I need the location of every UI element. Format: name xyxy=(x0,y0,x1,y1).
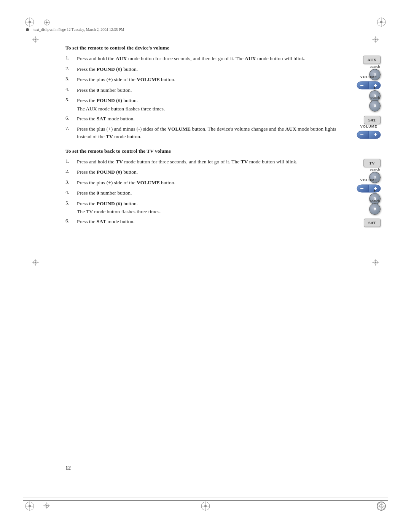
step-2-num: 2. xyxy=(65,66,77,73)
search-icon-4: search # xyxy=(369,199,381,215)
step-6-text: Press the SAT mode button. xyxy=(77,115,352,123)
s2-step-6-num: 6. xyxy=(65,218,77,225)
s2-step-4-num: 4. xyxy=(65,189,77,197)
page-number: 12 xyxy=(65,465,71,471)
bottom-bar xyxy=(23,497,388,501)
step-1-num: 1. xyxy=(65,55,77,62)
page: text_dishpvr.fm Page 12 Tuesday, March 2… xyxy=(0,0,411,532)
step-1: 1. Press and hold the AUX mode button fo… xyxy=(65,55,352,62)
s2-step-2-text: Press the POUND (#) button. xyxy=(77,168,352,176)
step-5: 5. Press the POUND (#) button. search # xyxy=(65,97,352,104)
aux-button: AUX xyxy=(363,56,381,64)
sat-button-1: SAT xyxy=(364,116,381,124)
crosshair-top-left xyxy=(32,36,39,45)
zero-arrow-2: ► xyxy=(373,189,377,193)
search-icon-2: search # xyxy=(369,96,381,112)
sat-button-2: SAT xyxy=(364,219,381,227)
sat-icon-1: SAT xyxy=(364,116,381,124)
volume-label-3: VOLUME xyxy=(360,178,378,182)
crosshair-bottom-center xyxy=(200,501,211,513)
step-6: 6. Press the SAT mode button. SAT xyxy=(65,115,352,123)
s2-step-6-text: Press the SAT mode button. xyxy=(77,218,352,225)
s2-step-2: 2. Press the POUND (#) button. search # xyxy=(65,168,352,176)
s2-step-5: 5. Press the POUND (#) button. search # xyxy=(65,200,352,208)
s2-step-4: 4. Press the 0 number button. ► 0 xyxy=(65,189,352,197)
search-button-4: # xyxy=(369,203,381,215)
step-3: 3. Press the plus (+) side of the VOLUME… xyxy=(65,76,352,83)
s2-step-3-text: Press the plus (+) side of the VOLUME bu… xyxy=(77,179,352,187)
tv-button: TV xyxy=(363,159,381,167)
section-1: To set the remote to control the device'… xyxy=(65,45,352,141)
step-4: 4. Press the 0 number button. ► 0 xyxy=(65,86,352,94)
crosshair-mid-left xyxy=(32,259,39,267)
header-bar: text_dishpvr.fm Page 12 Tuesday, March 2… xyxy=(23,26,388,33)
step-7: 7. Press the plus (+) and minus (-) side… xyxy=(65,125,352,140)
s2-step-6: 6. Press the SAT mode button. SAT xyxy=(65,218,352,225)
aux-icon: AUX xyxy=(363,56,381,64)
s2-step-5-text: Press the POUND (#) button. xyxy=(77,200,352,208)
search-label-1: search xyxy=(370,65,380,69)
crosshair-mid-right xyxy=(372,259,379,267)
search-label-2: search xyxy=(370,96,380,100)
step-4-text: Press the 0 number button. xyxy=(77,86,352,94)
step-5-text: Press the POUND (#) button. xyxy=(77,97,352,104)
step-5-sub: The AUX mode button flashes three times. xyxy=(77,106,352,112)
search-label-4: search xyxy=(370,199,380,203)
s2-step-3-num: 3. xyxy=(65,179,77,187)
volume-label-1: VOLUME xyxy=(360,75,378,79)
step-2: 2. Press the POUND (#) button. search # xyxy=(65,66,352,73)
step-6-num: 6. xyxy=(65,115,77,123)
step-7-num: 7. xyxy=(65,125,77,140)
s2-step-5-num: 5. xyxy=(65,200,77,208)
volume-label-2: VOLUME xyxy=(360,125,378,128)
reg-mark-bottom-right xyxy=(376,501,387,513)
step-3-num: 3. xyxy=(65,76,77,83)
step-5-num: 5. xyxy=(65,97,77,104)
s2-step-5-sub: The TV mode button flashes three times. xyxy=(77,209,352,215)
step-3-text: Press the plus (+) side of the VOLUME bu… xyxy=(77,76,352,83)
step-7-text: Press the plus (+) and minus (-) sides o… xyxy=(77,125,352,140)
s2-step-3: 3. Press the plus (+) side of the VOLUME… xyxy=(65,179,352,187)
volume-rocker-2 xyxy=(355,129,382,141)
main-content: To set the remote to control the device'… xyxy=(65,45,352,228)
sat-icon-2: SAT xyxy=(364,219,381,227)
section-2: To set the remote back to control the TV… xyxy=(65,148,352,225)
s2-step-4-text: Press the 0 number button. xyxy=(77,189,352,197)
section-1-heading: To set the remote to control the device'… xyxy=(65,45,352,51)
header-text: text_dishpvr.fm Page 12 Tuesday, March 2… xyxy=(32,27,388,32)
search-button-2: # xyxy=(369,100,381,112)
crosshair-bottom-left xyxy=(43,502,50,511)
s2-step-1: 1. Press and hold the TV mode button for… xyxy=(65,158,352,166)
s2-step-1-num: 1. xyxy=(65,158,77,166)
crosshair-top-right xyxy=(372,36,379,45)
step-4-num: 4. xyxy=(65,86,77,94)
section-2-heading: To set the remote back to control the TV… xyxy=(65,148,352,154)
reg-mark-bottom-left xyxy=(24,501,35,513)
zero-arrow-1: ► xyxy=(373,86,377,90)
header-dot xyxy=(26,28,29,31)
s2-step-1-text: Press and hold the TV mode button for th… xyxy=(77,158,352,166)
step-2-text: Press the POUND (#) button. xyxy=(77,66,352,73)
step-1-text: Press and hold the AUX mode button for t… xyxy=(77,55,352,62)
search-label-3: search xyxy=(370,168,380,171)
volume-icon-2: VOLUME xyxy=(355,125,382,141)
s2-step-2-num: 2. xyxy=(65,168,77,176)
tv-icon: TV xyxy=(363,159,381,167)
